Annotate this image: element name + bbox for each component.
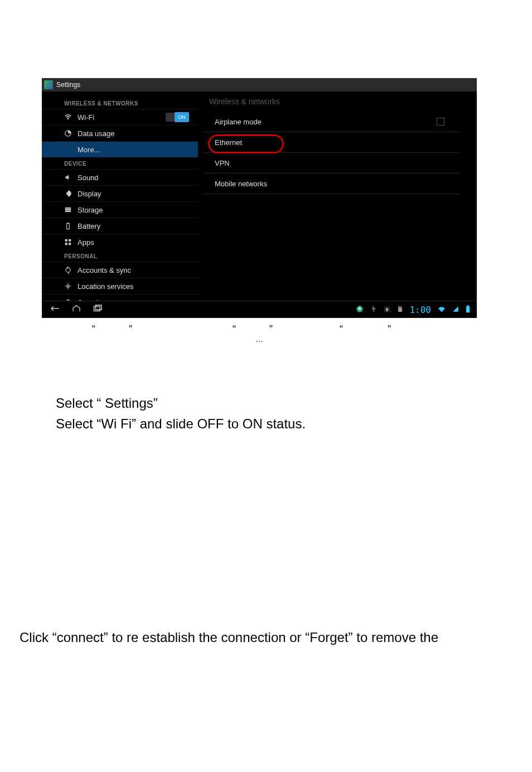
accounts-label: Accounts & sync: [78, 266, 131, 274]
status-signal-icon: [452, 306, 459, 314]
quote-open-1: “: [92, 324, 95, 335]
wifi-toggle-thumb: ON: [175, 112, 189, 122]
section-header-device: DEVICE: [42, 157, 198, 169]
svg-rect-10: [69, 243, 71, 245]
svg-rect-14: [94, 306, 100, 311]
svg-rect-15: [96, 305, 102, 310]
sound-label: Sound: [78, 173, 99, 182]
svg-rect-3: [65, 209, 71, 210]
caption-ellipsis: …: [42, 335, 477, 344]
data-usage-icon: [64, 129, 72, 137]
quote-close-1: ”: [129, 324, 132, 335]
sidebar-item-battery[interactable]: Battery: [42, 218, 198, 234]
status-battery-icon: [466, 305, 470, 315]
sync-icon: [64, 266, 72, 274]
sidebar-item-storage[interactable]: Storage: [42, 201, 198, 218]
quote-close-2: ”: [269, 324, 273, 335]
status-wifi-icon: [438, 306, 446, 314]
recent-apps-button[interactable]: [93, 305, 103, 315]
detail-item-vpn[interactable]: VPN: [204, 153, 460, 173]
svg-point-17: [386, 307, 389, 311]
sound-icon: [64, 173, 72, 181]
sidebar-item-wifi[interactable]: Wi-Fi ON: [42, 109, 198, 125]
location-label: Location services: [78, 282, 133, 291]
status-download-icon: [356, 305, 364, 315]
location-icon: [64, 282, 72, 290]
detail-item-airplane[interactable]: Airplane mode: [204, 112, 460, 132]
detail-header: Wireless & networks: [204, 97, 460, 112]
storage-icon: [64, 206, 72, 214]
instruction-line-2: Select “Wi Fi” and slide OFF to ON statu…: [56, 414, 306, 434]
wifi-label: Wi-Fi: [78, 113, 94, 122]
data-usage-label: Data usage: [78, 129, 115, 138]
sidebar-item-accounts[interactable]: Accounts & sync: [42, 262, 198, 278]
back-button[interactable]: [50, 305, 60, 315]
display-icon: [64, 190, 72, 197]
airplane-label: Airplane mode: [215, 118, 262, 126]
apps-label: Apps: [78, 238, 94, 247]
status-usb-icon: [370, 305, 377, 315]
quote-open-2: “: [233, 324, 236, 335]
sidebar-item-display[interactable]: Display: [42, 185, 198, 201]
sidebar-item-location[interactable]: Location services: [42, 278, 198, 294]
android-settings-screenshot: Settings WIRELESS & NETWORKS Wi-Fi ON: [42, 78, 477, 318]
svg-rect-7: [65, 239, 67, 242]
airplane-checkbox[interactable]: [437, 118, 444, 126]
detail-item-mobile-networks[interactable]: Mobile networks: [204, 173, 460, 194]
detail-item-ethernet[interactable]: Ethernet: [204, 132, 460, 153]
svg-rect-8: [69, 239, 71, 242]
wifi-toggle[interactable]: ON: [166, 113, 189, 122]
battery-label: Battery: [78, 222, 100, 230]
svg-rect-19: [467, 305, 469, 306]
battery-icon: [64, 222, 72, 230]
settings-detail-panel: Wireless & networks Airplane mode Ethern…: [198, 91, 477, 301]
instruction-line-3: Click “connect” to re establish the conn…: [20, 628, 510, 648]
svg-rect-6: [67, 223, 69, 223]
titlebar: Settings: [42, 78, 477, 92]
display-label: Display: [78, 190, 101, 198]
status-clock: 1:00: [409, 305, 431, 315]
svg-rect-5: [67, 223, 70, 229]
home-button[interactable]: [72, 305, 81, 315]
section-header-wireless: WIRELESS & NETWORKS: [42, 97, 198, 109]
quote-close-3: ”: [388, 324, 391, 335]
quote-open-3: “: [340, 324, 343, 335]
caption-quotes-row: “ ” “ ” “ ”: [42, 324, 477, 335]
sidebar-item-apps[interactable]: Apps: [42, 234, 198, 250]
svg-point-12: [67, 286, 69, 287]
sidebar-item-more[interactable]: More...: [42, 141, 198, 157]
status-sd-icon: [397, 305, 403, 315]
svg-rect-2: [65, 208, 71, 209]
titlebar-label: Settings: [56, 81, 80, 89]
instruction-line-1: Select “ Settings”: [56, 393, 158, 413]
sidebar-item-sound[interactable]: Sound: [42, 169, 198, 185]
settings-sidebar: WIRELESS & NETWORKS Wi-Fi ON: [42, 91, 198, 301]
apps-icon: [64, 238, 72, 246]
settings-app-icon: [44, 80, 53, 89]
svg-rect-18: [466, 306, 470, 312]
system-bar: 1:00: [42, 301, 477, 318]
section-header-personal: PERSONAL: [42, 250, 198, 262]
mobile-networks-label: Mobile networks: [215, 180, 267, 188]
status-debug-icon: [384, 305, 390, 315]
svg-rect-4: [65, 211, 71, 212]
blank-icon: [64, 146, 72, 153]
svg-rect-9: [65, 243, 67, 245]
wifi-icon: [64, 113, 72, 121]
ethernet-label: Ethernet: [215, 138, 242, 147]
vpn-label: VPN: [215, 159, 230, 167]
more-label: More...: [78, 146, 100, 154]
storage-label: Storage: [78, 206, 103, 214]
sidebar-item-data-usage[interactable]: Data usage: [42, 125, 198, 141]
